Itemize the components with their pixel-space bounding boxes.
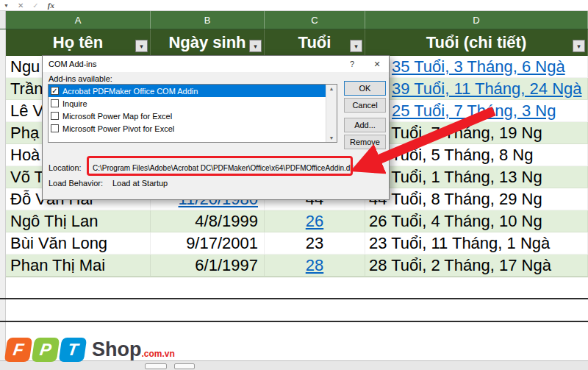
column-header-d[interactable]: D xyxy=(365,11,588,29)
addins-list: ▲ ▼ ✓Acrobat PDFMaker Office COM AddinIn… xyxy=(48,84,337,143)
cell-text: Phạ xyxy=(10,124,39,143)
enter-icon[interactable]: ✓ xyxy=(32,1,38,10)
filter-dropdown-button[interactable]: ▾ xyxy=(573,40,585,52)
insert-function-icon[interactable]: fx xyxy=(48,1,54,10)
cell-detail[interactable]: 35 Tuổi, 3 Tháng, 6 Ngà xyxy=(365,56,588,77)
cell-age[interactable]: 26 xyxy=(265,210,365,232)
cell-detail[interactable]: 44 Tuổi, 8 Tháng, 29 Ng xyxy=(365,188,588,210)
remove-button[interactable]: Remove xyxy=(344,135,386,149)
cell-birth[interactable]: 4/8/1999 xyxy=(151,210,265,232)
cell-text: 4/8/1999 xyxy=(195,212,258,231)
table-header-cell[interactable]: Tuổi▾ xyxy=(265,29,365,56)
cell-link-text: 35 Tuổi, 3 Tháng, 6 Ngà xyxy=(392,57,565,77)
excel-window: ▼ ✕ ✓ fx ABCD Họ tên▾Ngày sinh▾Tuổi▾Tuổi… xyxy=(0,0,588,370)
cell-detail[interactable]: 37 Tuổi, 5 Tháng, 8 Ng xyxy=(365,144,588,166)
table-header-label: Ngày sinh xyxy=(168,33,245,52)
checkbox-unchecked-icon[interactable] xyxy=(51,124,59,132)
checkbox-unchecked-icon[interactable] xyxy=(51,99,59,107)
checkbox-checked-icon[interactable]: ✓ xyxy=(51,87,59,95)
filter-dropdown-button[interactable]: ▾ xyxy=(249,40,262,52)
annotation-box xyxy=(87,156,353,176)
filter-dropdown-button[interactable]: ▾ xyxy=(135,40,148,52)
sheet-nav-stub[interactable] xyxy=(174,363,195,369)
column-header-b[interactable]: B xyxy=(151,11,265,29)
addin-list-item[interactable]: Microsoft Power Pivot for Excel xyxy=(49,122,337,135)
load-behavior-value: Load at Startup xyxy=(112,179,168,188)
cell-birth[interactable]: 6/1/1997 xyxy=(151,255,265,276)
addin-label: Acrobat PDFMaker Office COM Addin xyxy=(62,87,198,96)
cell-link-text: 26 xyxy=(306,212,323,231)
addin-list-item[interactable]: Inquire xyxy=(49,97,337,110)
addin-label: Microsoft Power Map for Excel xyxy=(62,112,172,121)
cell-detail[interactable]: 25 Tuổi, 7 Tháng, 3 Ng xyxy=(365,100,588,121)
addin-label: Microsoft Power Pivot for Excel xyxy=(62,124,174,133)
cell-text: 29 Tuổi, 7 Tháng, 19 Ng xyxy=(369,124,542,143)
cell-name[interactable]: Phan Thị Mai xyxy=(6,255,151,276)
com-addins-dialog: COM Add-ins ? ✕ Add-ins available: ▲ ▼ ✓… xyxy=(42,55,390,200)
table-header-cell[interactable]: Họ tên▾ xyxy=(6,29,151,56)
table-header-row: Họ tên▾Ngày sinh▾Tuổi▾Tuổi (chi tiết)▾ xyxy=(6,29,588,56)
cell-border-line xyxy=(0,298,588,299)
add-button[interactable]: Add... xyxy=(344,118,386,132)
cell-age[interactable]: 28 xyxy=(265,255,365,276)
dialog-titlebar[interactable]: COM Add-ins ? ✕ xyxy=(43,56,389,72)
scroll-down-icon[interactable]: ▼ xyxy=(329,135,334,140)
row-header-strip xyxy=(0,29,6,360)
cell-text: Ngu xyxy=(10,57,40,77)
cell-border-line xyxy=(0,321,588,322)
cell-name[interactable]: Bùi Văn Long xyxy=(6,232,151,254)
ok-button[interactable]: OK xyxy=(344,81,386,96)
cell-text: Hoà xyxy=(10,146,40,165)
cell-text: 37 Tuổi, 5 Tháng, 8 Ng xyxy=(369,146,533,165)
table-header-label: Tuổi (chi tiết) xyxy=(426,33,526,52)
name-box-dropdown-icon[interactable]: ▼ xyxy=(4,3,9,8)
table-header-label: Tuổi xyxy=(298,33,331,52)
table-header-cell[interactable]: Ngày sinh▾ xyxy=(151,29,265,56)
fptshop-logo: FPT Shop .com.vn xyxy=(6,334,175,362)
cell-text: Võ T xyxy=(10,168,44,187)
cell-detail[interactable]: 29 Tuổi, 7 Tháng, 19 Ng xyxy=(365,122,588,143)
addin-list-item[interactable]: Microsoft Power Map for Excel xyxy=(49,110,337,122)
addin-label: Inquire xyxy=(62,99,87,108)
cell-text: Lê V xyxy=(10,102,43,121)
cell-detail[interactable]: 28 Tuổi, 2 Tháng, 17 Ngà xyxy=(365,255,588,276)
logo-block-f: F xyxy=(4,338,33,362)
sheet-nav-stub[interactable] xyxy=(145,363,167,369)
cell-detail[interactable]: 26 Tuổi, 4 Tháng, 10 Ng xyxy=(365,210,588,232)
table-header-cell[interactable]: Tuổi (chi tiết)▾ xyxy=(365,29,588,56)
cell-text: 44 Tuổi, 8 Tháng, 29 Ng xyxy=(369,190,542,209)
cell-birth[interactable]: 9/17/2001 xyxy=(151,232,265,254)
scroll-up-icon[interactable]: ▲ xyxy=(329,86,334,91)
column-header-a[interactable]: A xyxy=(6,11,151,29)
logo-block-p: P xyxy=(32,338,60,362)
cell-link-text: 39 Tuổi, 11 Tháng, 24 Ngà xyxy=(392,79,582,99)
filter-dropdown-button[interactable]: ▾ xyxy=(350,40,362,52)
table-header-label: Họ tên xyxy=(53,33,103,52)
column-header-row: ABCD xyxy=(0,11,588,29)
checkbox-unchecked-icon[interactable] xyxy=(51,112,59,120)
cell-text: 28 Tuổi, 2 Tháng, 17 Ngà xyxy=(369,256,551,275)
close-button[interactable]: ✕ xyxy=(370,60,384,69)
column-header-c[interactable]: C xyxy=(265,11,365,29)
cell-link-text: 25 Tuổi, 7 Tháng, 3 Ng xyxy=(392,102,556,121)
cell-age[interactable]: 23 xyxy=(265,232,365,254)
cell-text: Ngô Thị Lan xyxy=(10,212,98,231)
corner-stub xyxy=(0,11,6,29)
cancel-icon[interactable]: ✕ xyxy=(18,1,24,10)
addins-available-label: Add-ins available: xyxy=(49,74,112,83)
cell-detail[interactable]: 23 Tuổi, 11 Tháng, 1 Ngà xyxy=(365,232,588,254)
cell-text: 9/17/2001 xyxy=(186,234,258,253)
logo-shop-text: Shop xyxy=(92,338,142,362)
cell-detail[interactable]: 33 Tuổi, 1 Tháng, 13 Ng xyxy=(365,166,588,188)
logo-block-t: T xyxy=(59,338,87,362)
cell-text: 6/1/1997 xyxy=(195,256,258,275)
addin-list-item[interactable]: ✓Acrobat PDFMaker Office COM Addin xyxy=(49,85,337,97)
cell-name[interactable]: Ngô Thị Lan xyxy=(6,210,151,232)
list-scrollbar[interactable]: ▲ ▼ xyxy=(326,85,337,142)
cell-detail[interactable]: 39 Tuổi, 11 Tháng, 24 Ngà xyxy=(365,78,588,99)
cell-text: 23 Tuổi, 11 Tháng, 1 Ngà xyxy=(369,234,550,253)
table-row: Ngô Thị Lan4/8/19992626 Tuổi, 4 Tháng, 1… xyxy=(6,210,588,232)
cancel-button[interactable]: Cancel xyxy=(344,98,386,113)
dialog-title: COM Add-ins xyxy=(49,60,96,68)
help-button[interactable]: ? xyxy=(345,60,359,68)
